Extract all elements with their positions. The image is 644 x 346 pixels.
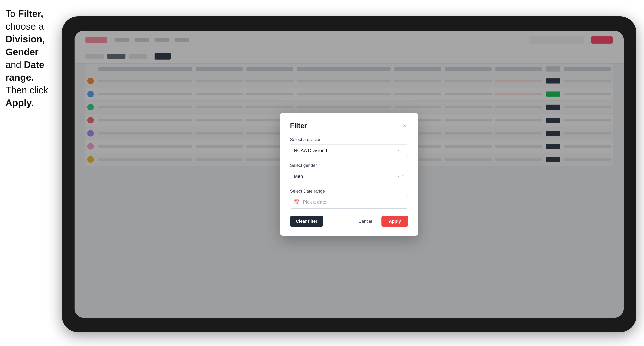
division-clear-icon[interactable]: ×	[398, 148, 400, 153]
footer-right-buttons: Cancel Apply	[353, 216, 408, 227]
division-chevron-icon: ⌃	[402, 149, 404, 153]
date-input[interactable]: 📅 Pick a date	[290, 196, 408, 209]
division-select-controls: × ⌃	[398, 148, 404, 153]
gender-clear-icon[interactable]: ×	[398, 174, 400, 179]
calendar-icon: 📅	[294, 199, 300, 205]
instruction-text: To Filter, choose a Division, Gender and…	[6, 7, 62, 109]
filter-modal: Filter × Select a division NCAA Division…	[280, 113, 418, 236]
date-label: Select Date range	[290, 189, 408, 194]
modal-title-row: Filter ×	[290, 122, 408, 130]
division-select[interactable]: NCAA Division I × ⌃	[290, 144, 408, 157]
date-form-group: Select Date range 📅 Pick a date	[290, 189, 408, 209]
modal-title: Filter	[290, 122, 307, 130]
gender-label: Select gender	[290, 163, 408, 168]
gender-select-controls: × ⌃	[398, 174, 404, 179]
instruction-line1: To Filter, choose a	[6, 8, 44, 32]
gender-select[interactable]: Men × ⌃	[290, 170, 408, 183]
instruction-and: and Date range.	[6, 59, 44, 83]
apply-button[interactable]: Apply	[382, 216, 408, 227]
close-icon: ×	[403, 123, 406, 129]
modal-overlay: Filter × Select a division NCAA Division…	[74, 31, 624, 318]
instruction-date-bold: Date range.	[6, 59, 44, 83]
modal-footer: Clear filter Cancel Apply	[290, 216, 408, 227]
clear-filter-button[interactable]: Clear filter	[290, 216, 323, 227]
division-label: Select a division	[290, 137, 408, 142]
instruction-apply-bold: Apply.	[6, 97, 34, 108]
gender-select-value: Men	[294, 173, 303, 179]
instruction-filter-bold: Filter,	[18, 8, 43, 19]
cancel-button[interactable]: Cancel	[353, 216, 378, 227]
gender-chevron-icon: ⌃	[402, 174, 404, 178]
tablet-screen: Filter × Select a division NCAA Division…	[74, 31, 624, 318]
date-placeholder: Pick a date	[303, 199, 326, 205]
division-form-group: Select a division NCAA Division I × ⌃	[290, 137, 408, 157]
division-select-value: NCAA Division I	[294, 148, 327, 153]
modal-close-button[interactable]: ×	[401, 122, 408, 129]
instruction-then: Then click Apply.	[6, 85, 48, 108]
tablet-frame: Filter × Select a division NCAA Division…	[62, 16, 636, 332]
instruction-division-bold: Division, Gender	[6, 34, 45, 57]
gender-form-group: Select gender Men × ⌃	[290, 163, 408, 183]
